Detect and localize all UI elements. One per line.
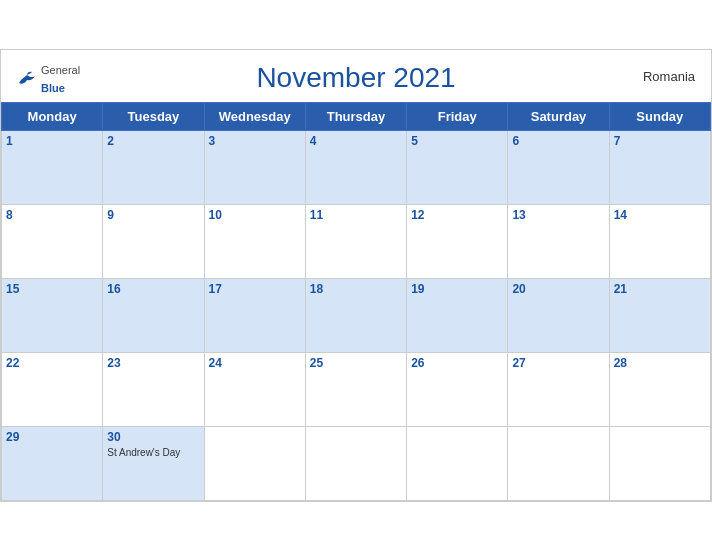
- day-cell: 7: [609, 130, 710, 204]
- day-number: 20: [512, 282, 604, 296]
- calendar-header: General Blue November 2021 Romania: [1, 50, 711, 102]
- day-cell: 24: [204, 352, 305, 426]
- day-number: 19: [411, 282, 503, 296]
- day-cell: 19: [407, 278, 508, 352]
- week-row-2: 891011121314: [2, 204, 711, 278]
- day-number: 23: [107, 356, 199, 370]
- weekday-header-row: Monday Tuesday Wednesday Thursday Friday…: [2, 102, 711, 130]
- day-number: 9: [107, 208, 199, 222]
- day-number: 21: [614, 282, 706, 296]
- header-friday: Friday: [407, 102, 508, 130]
- day-cell: 26: [407, 352, 508, 426]
- header-wednesday: Wednesday: [204, 102, 305, 130]
- day-cell: 15: [2, 278, 103, 352]
- day-number: 7: [614, 134, 706, 148]
- day-number: 4: [310, 134, 402, 148]
- day-number: 17: [209, 282, 301, 296]
- day-number: 3: [209, 134, 301, 148]
- header-tuesday: Tuesday: [103, 102, 204, 130]
- day-cell: 5: [407, 130, 508, 204]
- day-number: 16: [107, 282, 199, 296]
- day-number: 27: [512, 356, 604, 370]
- day-cell: [508, 426, 609, 500]
- day-cell: 29: [2, 426, 103, 500]
- day-number: 12: [411, 208, 503, 222]
- country-label: Romania: [643, 68, 695, 83]
- day-number: 6: [512, 134, 604, 148]
- calendar-table: Monday Tuesday Wednesday Thursday Friday…: [1, 102, 711, 501]
- day-number: 25: [310, 356, 402, 370]
- day-number: 30: [107, 430, 199, 444]
- calendar-container: General Blue November 2021 Romania Monda…: [0, 49, 712, 502]
- day-number: 14: [614, 208, 706, 222]
- day-cell: 12: [407, 204, 508, 278]
- day-cell: 27: [508, 352, 609, 426]
- day-number: 18: [310, 282, 402, 296]
- day-cell: 20: [508, 278, 609, 352]
- day-number: 13: [512, 208, 604, 222]
- logo-bird-icon: [17, 69, 37, 87]
- day-number: 2: [107, 134, 199, 148]
- logo-blue: Blue: [41, 82, 65, 94]
- day-cell: 13: [508, 204, 609, 278]
- day-number: 26: [411, 356, 503, 370]
- day-number: 11: [310, 208, 402, 222]
- day-cell: [407, 426, 508, 500]
- day-cell: 1: [2, 130, 103, 204]
- day-cell: 23: [103, 352, 204, 426]
- logo-area: General Blue: [17, 60, 80, 96]
- day-cell: 2: [103, 130, 204, 204]
- day-cell: 9: [103, 204, 204, 278]
- day-cell: [609, 426, 710, 500]
- day-number: 28: [614, 356, 706, 370]
- week-row-1: 1234567: [2, 130, 711, 204]
- day-cell: 25: [305, 352, 406, 426]
- week-row-4: 22232425262728: [2, 352, 711, 426]
- day-cell: 28: [609, 352, 710, 426]
- day-cell: 6: [508, 130, 609, 204]
- day-number: 8: [6, 208, 98, 222]
- day-cell: 22: [2, 352, 103, 426]
- day-cell: 3: [204, 130, 305, 204]
- day-cell: 16: [103, 278, 204, 352]
- week-row-5: 2930St Andrew's Day: [2, 426, 711, 500]
- day-number: 29: [6, 430, 98, 444]
- day-cell: 11: [305, 204, 406, 278]
- header-thursday: Thursday: [305, 102, 406, 130]
- day-number: 10: [209, 208, 301, 222]
- day-cell: [204, 426, 305, 500]
- logo-text: General Blue: [41, 60, 80, 96]
- day-cell: 4: [305, 130, 406, 204]
- header-saturday: Saturday: [508, 102, 609, 130]
- day-cell: 18: [305, 278, 406, 352]
- day-number: 15: [6, 282, 98, 296]
- day-cell: 17: [204, 278, 305, 352]
- day-cell: 14: [609, 204, 710, 278]
- day-number: 1: [6, 134, 98, 148]
- day-cell: 21: [609, 278, 710, 352]
- day-cell: 30St Andrew's Day: [103, 426, 204, 500]
- calendar-title: November 2021: [256, 62, 455, 94]
- day-cell: 10: [204, 204, 305, 278]
- week-row-3: 15161718192021: [2, 278, 711, 352]
- header-monday: Monday: [2, 102, 103, 130]
- holiday-name: St Andrew's Day: [107, 446, 199, 459]
- logo-general: General: [41, 64, 80, 76]
- day-cell: [305, 426, 406, 500]
- day-number: 22: [6, 356, 98, 370]
- day-number: 24: [209, 356, 301, 370]
- day-cell: 8: [2, 204, 103, 278]
- header-sunday: Sunday: [609, 102, 710, 130]
- day-number: 5: [411, 134, 503, 148]
